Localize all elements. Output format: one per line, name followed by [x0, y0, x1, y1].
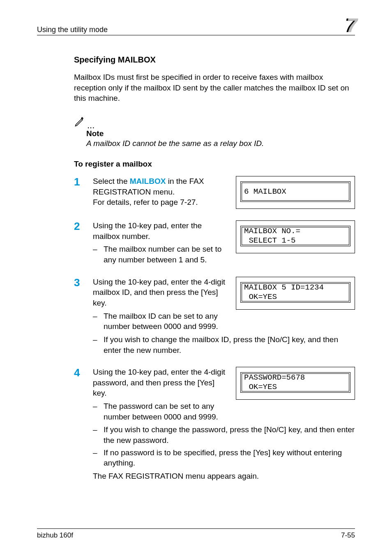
footer-right: 7-55 — [341, 531, 355, 540]
chapter-number-wrap: 7 7 — [330, 16, 355, 34]
step-body: Using the 10-key pad, enter the mailbox … — [93, 220, 229, 265]
steps-list: 1 Select the MAILBOX in the FAX REGISTRA… — [74, 176, 355, 481]
list-item: If you wish to change the password, pres… — [93, 424, 355, 445]
procedure-heading: To register a mailbox — [74, 160, 355, 169]
step-3-text: Using the 10-key pad, enter the 4-digit … — [93, 278, 225, 307]
running-head: Using the utility mode — [37, 25, 108, 34]
list-item: The mailbox number can be set to any num… — [93, 244, 229, 265]
lcd-line-2: OK=YES — [244, 292, 347, 302]
step-1-text-a: Select the — [93, 177, 130, 185]
step-2-bullets: The mailbox number can be set to any num… — [93, 244, 229, 265]
bullet-text: The mailbox number can be set to any num… — [104, 245, 221, 264]
step-body: Using the 10-key pad, enter the 4-digit … — [93, 277, 229, 332]
lcd-line-1: MAILBOX 5 ID=1234 — [244, 283, 347, 292]
lcd-lines: MAILBOX 5 ID=1234 OK=YES — [240, 282, 350, 303]
lcd-lines: MAILBOX NO.= SELECT 1-5 — [240, 226, 350, 246]
step-4-text: Using the 10-key pad, enter the 4-digit … — [93, 368, 225, 397]
note-icon: ... — [74, 116, 355, 127]
intro-paragraph: Mailbox IDs must first be specified in o… — [74, 72, 355, 104]
lcd-display-3: MAILBOX 5 ID=1234 OK=YES — [236, 277, 355, 310]
step-4: 4 Using the 10-key pad, enter the 4-digi… — [74, 367, 355, 481]
footer-left: bizhub 160f — [37, 531, 73, 540]
lcd-line-1: PASSWORD=5678 — [244, 373, 347, 382]
step-1: 1 Select the MAILBOX in the FAX REGISTRA… — [74, 176, 355, 209]
bullet-text: If no password is to be specified, press… — [104, 448, 342, 468]
step-body: Select the MAILBOX in the FAX REGISTRATI… — [93, 176, 229, 208]
step-number: 1 — [74, 176, 93, 188]
list-item: The password can be set to any number be… — [93, 401, 229, 422]
step-3-bullets-bottom: If you wish to change the mailbox ID, pr… — [93, 334, 355, 355]
section-title: Specifying MAILBOX — [74, 55, 355, 65]
page-header: Using the utility mode 7 7 — [37, 16, 355, 35]
note-body: A mailbox ID cannot be the same as a rel… — [86, 139, 355, 148]
bullet-text: If you wish to change the password, pres… — [104, 425, 355, 445]
lcd-display-2: MAILBOX NO.= SELECT 1-5 — [236, 220, 355, 253]
bullet-text: If you wish to change the mailbox ID, pr… — [104, 335, 338, 354]
list-item: The mailbox ID can be set to any number … — [93, 311, 229, 332]
step-2: 2 Using the 10-key pad, enter the mailbo… — [74, 220, 355, 265]
step-body: Using the 10-key pad, enter the 4-digit … — [93, 367, 229, 422]
step-3: 3 Using the 10-key pad, enter the 4-digi… — [74, 277, 355, 355]
page-footer: bizhub 160f 7-55 — [37, 528, 355, 540]
step-3-bullets-top: The mailbox ID can be set to any number … — [93, 311, 229, 332]
step-number: 2 — [74, 220, 93, 232]
bullet-text: The password can be set to any number be… — [104, 402, 218, 421]
list-item: If no password is to be specified, press… — [93, 447, 355, 468]
lcd-line-2: SELECT 1-5 — [244, 236, 347, 246]
step-4-outro: The FAX REGISTRATION menu appears again. — [93, 472, 259, 481]
mailbox-term: MAILBOX — [130, 177, 166, 185]
lcd-line-1: MAILBOX NO.= — [244, 227, 347, 236]
bullet-text: The mailbox ID can be set to any number … — [104, 312, 218, 331]
note-label: Note — [86, 129, 355, 138]
lcd-line: 6 MAILBOX — [240, 181, 350, 202]
step-4-bullets-top: The password can be set to any number be… — [93, 401, 229, 422]
step-4-bullets-bottom: If you wish to change the password, pres… — [93, 424, 355, 468]
step-number: 3 — [74, 277, 93, 289]
list-item: If you wish to change the mailbox ID, pr… — [93, 334, 355, 355]
lcd-lines: PASSWORD=5678 OK=YES — [240, 372, 350, 393]
step-number: 4 — [74, 367, 93, 379]
lcd-display-1: 6 MAILBOX — [236, 176, 355, 209]
lcd-line-2: OK=YES — [244, 382, 347, 392]
pencil-icon — [74, 116, 85, 127]
step-2-text: Using the 10-key pad, enter the mailbox … — [93, 221, 202, 241]
chapter-number-shadow: 7 — [346, 14, 357, 37]
ellipsis-icon: ... — [87, 120, 95, 131]
step-1-text-c: For details, refer to page 7-27. — [93, 198, 198, 206]
lcd-display-4: PASSWORD=5678 OK=YES — [236, 367, 355, 400]
